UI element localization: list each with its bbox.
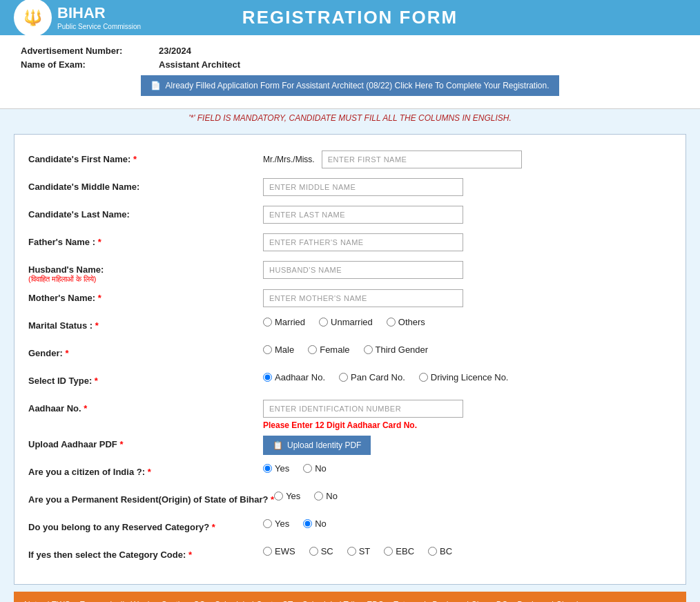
upload-row: Upload Aadhaar PDF * 📋 Upload Identity P… (28, 436, 672, 458)
last-name-row: Candidate's Last Name: (28, 206, 672, 228)
gender-female-radio[interactable] (308, 345, 317, 354)
husband-name-controls (263, 261, 672, 279)
resident-no-option[interactable]: No (314, 491, 338, 501)
resident-no-radio[interactable] (314, 492, 323, 501)
category-st-option[interactable]: ST (347, 546, 371, 556)
id-aadhaar-radio[interactable] (263, 373, 272, 382)
reserved-yes-option[interactable]: Yes (263, 518, 289, 529)
mother-name-label: Mother's Name: * (28, 289, 263, 303)
gender-male-option[interactable]: Male (263, 344, 294, 355)
exam-row: Name of Exam: Assistant Architect (21, 59, 679, 70)
reserved-no-option[interactable]: No (303, 518, 327, 529)
last-name-input[interactable] (263, 206, 463, 224)
middle-name-controls (263, 178, 672, 196)
category-st-radio[interactable] (347, 547, 356, 556)
id-pan-option[interactable]: Pan Card No. (339, 372, 405, 382)
gender-female-option[interactable]: Female (308, 344, 349, 355)
husband-name-row: Husband's Name: (विवाहित महिलाओं के लिये… (28, 261, 672, 284)
mother-name-controls (263, 289, 672, 307)
first-name-label: Candidate's First Name: * (28, 150, 263, 164)
gender-label: Gender: * (28, 344, 263, 358)
ad-value: 23/2024 (159, 46, 191, 56)
category-ebc-option[interactable]: EBC (384, 546, 414, 556)
resident-yes-option[interactable]: Yes (274, 491, 300, 501)
citizen-yes-option[interactable]: Yes (263, 463, 289, 474)
logo-emblem: 🔱 (14, 0, 52, 37)
id-type-controls: Aadhaar No. Pan Card No. Driving Licence… (263, 372, 672, 382)
id-type-label: Select ID Type: * (28, 372, 263, 386)
marital-married-option[interactable]: Married (263, 317, 305, 327)
gender-third-radio[interactable] (364, 345, 373, 354)
logo-text: BIHAR Public Service Commission (57, 4, 141, 30)
resident-yes-radio[interactable] (274, 492, 283, 501)
mandatory-note: '*' FIELD IS MANDATORY, CANDIDATE MUST F… (0, 109, 700, 127)
category-bc-option[interactable]: BC (428, 546, 452, 556)
category-ebc-radio[interactable] (384, 547, 393, 556)
registration-form: Candidate's First Name: * Mr./Mrs./Miss.… (14, 134, 686, 585)
category-code-row: If yes then select the Category Code: * … (28, 546, 672, 568)
category-bc-radio[interactable] (428, 547, 437, 556)
first-name-controls: Mr./Mrs./Miss. (263, 150, 672, 168)
category-sc-option[interactable]: SC (309, 546, 333, 556)
note-box-1: Note: ( EWS = Economically Weaker Sectio… (14, 592, 686, 602)
marital-unmarried-option[interactable]: Unmarried (319, 317, 373, 327)
permanent-resident-controls: Yes No (274, 491, 672, 501)
upload-button[interactable]: 📋 Upload Identity PDF (263, 436, 371, 455)
aadhaar-input[interactable] (263, 400, 463, 418)
already-filled-button[interactable]: 📄 Already Filled Application Form For As… (141, 75, 558, 96)
first-name-input[interactable] (322, 150, 522, 168)
header: 🔱 BIHAR Public Service Commission REGIST… (0, 0, 700, 35)
marital-married-radio[interactable] (263, 318, 272, 327)
upload-btn-label: Upload Identity PDF (287, 440, 361, 450)
gender-third-option[interactable]: Third Gender (364, 344, 429, 355)
gender-male-radio[interactable] (263, 345, 272, 354)
reserved-category-label: Do you belong to any Reserved Category? … (28, 518, 263, 532)
id-pan-radio[interactable] (339, 373, 348, 382)
aadhaar-error-message: Please Enter 12 Digit Aadhaar Card No. (263, 420, 463, 430)
citizen-no-radio[interactable] (303, 464, 312, 473)
reserved-yes-radio[interactable] (263, 519, 272, 528)
marital-others-option[interactable]: Others (387, 317, 425, 327)
logo-subtitle: Public Service Commission (57, 23, 141, 31)
citizen-yes-radio[interactable] (263, 464, 272, 473)
salutation-label: Mr./Mrs./Miss. (263, 155, 315, 164)
first-name-row: Candidate's First Name: * Mr./Mrs./Miss. (28, 150, 672, 173)
reserved-category-controls: Yes No (263, 518, 672, 529)
id-driving-option[interactable]: Driving Licence No. (419, 372, 509, 382)
info-section: Advertisement Number: 23/2024 Name of Ex… (0, 35, 700, 109)
marital-status-controls: Married Unmarried Others (263, 317, 672, 327)
category-ews-radio[interactable] (263, 547, 272, 556)
id-driving-radio[interactable] (419, 373, 428, 382)
permanent-resident-row: Are you a Permanent Resident(Origin) of … (28, 491, 672, 513)
marital-status-label: Marital Status : * (28, 317, 263, 331)
marital-others-radio[interactable] (387, 318, 396, 327)
reserved-no-radio[interactable] (303, 519, 312, 528)
father-name-controls (263, 233, 672, 251)
mother-name-row: Mother's Name: * (28, 289, 672, 311)
category-ews-option[interactable]: EWS (263, 546, 295, 556)
first-name-required: * (133, 154, 137, 164)
citizen-controls: Yes No (263, 463, 672, 474)
middle-name-row: Candidate's Middle Name: (28, 178, 672, 200)
mother-name-input[interactable] (263, 289, 463, 307)
advertisement-row: Advertisement Number: 23/2024 (21, 46, 679, 56)
upload-controls: 📋 Upload Identity PDF (263, 436, 672, 455)
middle-name-label: Candidate's Middle Name: (28, 178, 263, 192)
gender-controls: Male Female Third Gender (263, 344, 672, 355)
father-name-input[interactable] (263, 233, 463, 251)
husband-name-input[interactable] (263, 261, 463, 279)
gender-row: Gender: * Male Female Third Gender (28, 344, 672, 367)
category-sc-radio[interactable] (309, 547, 318, 556)
reserved-category-row: Do you belong to any Reserved Category? … (28, 518, 672, 541)
page-title: REGISTRATION FORM (242, 7, 458, 28)
exam-label: Name of Exam: (21, 59, 159, 70)
citizen-no-option[interactable]: No (303, 463, 327, 474)
document-icon: 📄 (150, 81, 161, 90)
permanent-resident-label: Are you a Permanent Resident(Origin) of … (28, 491, 274, 505)
middle-name-input[interactable] (263, 178, 463, 196)
last-name-controls (263, 206, 672, 224)
upload-icon: 📋 (273, 440, 283, 450)
marital-unmarried-radio[interactable] (319, 318, 328, 327)
last-name-label: Candidate's Last Name: (28, 206, 263, 220)
id-aadhaar-option[interactable]: Aadhaar No. (263, 372, 325, 382)
